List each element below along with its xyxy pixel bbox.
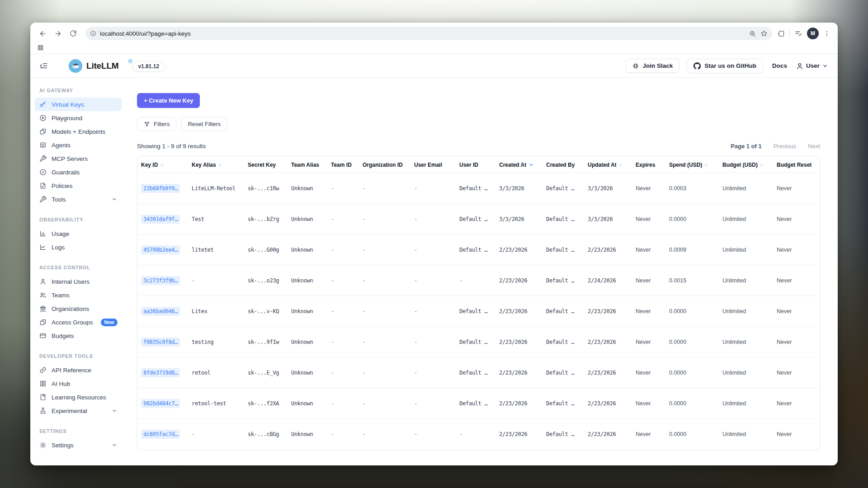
cell-organization-id: - (359, 173, 410, 204)
filters-button[interactable]: Filters (137, 117, 176, 131)
key-id-link[interactable]: 3c273f3f9b… (141, 276, 180, 285)
bar-chart-icon (39, 230, 47, 237)
cell-key-alias: - (188, 265, 244, 296)
apps-grid-icon[interactable] (38, 45, 43, 51)
profile-avatar[interactable]: M (807, 28, 819, 39)
cell-user-id: Default … (456, 296, 495, 327)
column-header-created-at[interactable]: Created At (495, 156, 542, 173)
cell-updated-at: 3/3/2026 (584, 173, 632, 204)
refresh-icon[interactable] (66, 27, 80, 40)
reset-filters-button[interactable]: Reset Filters (181, 117, 227, 131)
column-label: Created At (499, 162, 526, 168)
key-id-link[interactable]: 8fde3719d8… (141, 368, 180, 377)
sort-icon[interactable]: ↑↓ (760, 163, 763, 167)
sidebar-item-models-endpoints[interactable]: Models + Endpoints (35, 125, 122, 138)
cell-key-id: f0835c0f8d… (137, 327, 188, 357)
url-bar[interactable]: localhost:4000/ui/?page=api-keys (85, 27, 772, 40)
cell-user-id: - (456, 265, 495, 296)
column-header-expires[interactable]: Expires (632, 156, 665, 173)
cell-team-id: - (327, 296, 359, 327)
sort-desc-icon[interactable] (528, 162, 534, 168)
bookmark-star-icon[interactable] (760, 30, 768, 37)
sidebar-item-api-reference[interactable]: API Reference (35, 363, 122, 377)
sidebar-item-ai-hub[interactable]: AI Hub (35, 377, 122, 390)
url-text[interactable]: localhost:4000/ui/?page=api-keys (100, 30, 749, 37)
column-label: Created By (546, 162, 575, 168)
sort-icon[interactable]: ↑↓ (619, 163, 622, 167)
sidebar-item-organizations[interactable]: Organizations (35, 302, 122, 315)
column-header-user-id[interactable]: User ID (456, 156, 495, 173)
docs-link[interactable]: Docs (770, 62, 789, 69)
sidebar-item-budgets[interactable]: Budgets (35, 329, 122, 343)
column-header-created-by[interactable]: Created By (542, 156, 584, 173)
column-header-user-email[interactable]: User Email (410, 156, 456, 173)
next-page-button[interactable]: Next (808, 143, 820, 150)
github-icon (693, 62, 701, 70)
key-id-link[interactable]: 22b68fb0f0… (141, 184, 180, 193)
previous-page-button[interactable]: Previous (774, 143, 797, 150)
cell-key-id: 8fde3719d8… (137, 357, 188, 388)
column-header-key-alias[interactable]: Key Alias↑↓ (188, 156, 244, 173)
column-header-key-id[interactable]: Key ID↑↓ (137, 156, 188, 173)
cell-expires: Never (632, 327, 665, 357)
column-header-updated-at[interactable]: Updated At↑↓ (584, 156, 632, 173)
sidebar-section: ACCESS CONTROLInternal UsersTeamsOrganiz… (35, 265, 122, 343)
cell-key-alias: testing (188, 327, 244, 357)
sidebar-item-tools[interactable]: Tools (35, 192, 122, 206)
cell-key-alias: LiteLLM-Retool (188, 173, 244, 204)
cell-key-alias: retool (188, 357, 244, 388)
column-header-team-alias[interactable]: Team Alias (288, 156, 327, 173)
join-slack-button[interactable]: Join Slack (626, 59, 679, 73)
create-new-key-button[interactable]: + Create New Key (137, 93, 200, 108)
sidebar-section: OBSERVABILITYUsageLogs (35, 217, 122, 254)
brand[interactable]: LiteLLM (69, 59, 118, 73)
zoom-icon[interactable] (749, 30, 756, 37)
sort-icon[interactable]: ↑↓ (218, 163, 221, 167)
menu-dots-icon[interactable] (823, 30, 830, 37)
sidebar-item-teams[interactable]: Teams (35, 288, 122, 302)
sidebar-item-guardrails[interactable]: Guardrails (35, 165, 122, 179)
sidebar-item-agents[interactable]: Agents (35, 138, 122, 152)
cell-key-id: aa36bad046… (137, 296, 188, 327)
key-id-link[interactable]: 45708b2ee4… (141, 245, 180, 254)
extensions-icon[interactable] (778, 30, 785, 38)
key-id-link[interactable]: dc805fac7d… (141, 430, 180, 439)
sidebar-item-usage[interactable]: Usage (35, 227, 122, 240)
sidebar-item-playground[interactable]: Playground (35, 111, 122, 125)
column-header-organization-id[interactable]: Organization ID (359, 156, 410, 173)
sort-icon[interactable]: ↑↓ (704, 163, 707, 167)
cell-updated-at: 2/23/2026 (584, 327, 632, 357)
litellm-logo-icon (69, 59, 82, 73)
back-icon[interactable] (36, 27, 49, 40)
key-id-link[interactable]: 34301daf9f… (141, 215, 180, 224)
column-header-team-id[interactable]: Team ID (327, 156, 359, 173)
sidebar-item-settings[interactable]: Settings (35, 438, 122, 452)
sidebar-item-policies[interactable]: Policies (35, 179, 122, 192)
user-menu[interactable]: User (796, 62, 828, 70)
key-id-link[interactable]: f0835c0f8d… (141, 338, 180, 347)
reading-list-icon[interactable] (795, 30, 802, 38)
sidebar-item-internal-users[interactable]: Internal Users (35, 275, 122, 288)
sidebar-item-virtual-keys[interactable]: Virtual Keys (35, 98, 122, 111)
toolbar-divider (790, 29, 790, 38)
bank-icon (39, 305, 47, 312)
star-github-button[interactable]: Star us on GitHub (687, 59, 763, 73)
sidebar-item-learning-resources[interactable]: Learning Resources (35, 390, 122, 404)
sidebar-item-mcp-servers[interactable]: MCP Servers (35, 152, 122, 165)
column-header-budget-usd-[interactable]: Budget (USD)↑↓ (719, 156, 773, 173)
site-info-icon[interactable] (90, 30, 96, 37)
sidebar-item-logs[interactable]: Logs (35, 240, 122, 254)
sidebar-item-access-groups[interactable]: Access GroupsNew (35, 315, 122, 329)
column-header-secret-key[interactable]: Secret Key (244, 156, 288, 173)
star-github-label: Star us on GitHub (704, 62, 756, 69)
column-header-spend-usd-[interactable]: Spend (USD)↑↓ (665, 156, 719, 173)
cell-spend-usd-: 0.0000 (665, 357, 719, 388)
key-id-link[interactable]: aa36bad046… (141, 307, 180, 316)
column-header-budget-reset[interactable]: Budget Reset (773, 156, 820, 173)
sort-icon[interactable]: ↑↓ (160, 163, 163, 167)
table-row: 22b68fb0f0…LiteLLM-Retoolsk-...c1RwUnkno… (137, 173, 820, 204)
collapse-sidebar-icon[interactable] (38, 60, 50, 72)
forward-icon[interactable] (51, 27, 65, 40)
key-id-link[interactable]: 982bd484c7… (141, 399, 180, 408)
sidebar-item-experimental[interactable]: Experimental (35, 404, 122, 418)
